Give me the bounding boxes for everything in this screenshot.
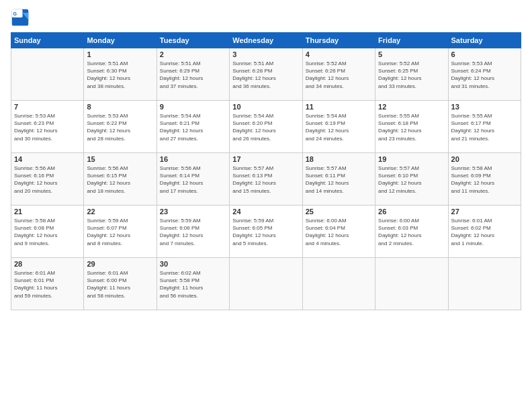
calendar-cell <box>302 258 375 310</box>
day-info: Sunrise: 5:54 AM Sunset: 6:19 PM Dayligh… <box>306 112 372 142</box>
calendar-cell: 7Sunrise: 5:53 AM Sunset: 6:23 PM Daylig… <box>11 101 84 153</box>
calendar-cell: 5Sunrise: 5:52 AM Sunset: 6:25 PM Daylig… <box>375 48 448 101</box>
day-number: 14 <box>14 155 81 163</box>
day-info: Sunrise: 5:53 AM Sunset: 6:22 PM Dayligh… <box>87 112 153 142</box>
day-info: Sunrise: 5:51 AM Sunset: 6:28 PM Dayligh… <box>232 60 299 90</box>
day-info: Sunrise: 5:51 AM Sunset: 6:30 PM Dayligh… <box>87 60 153 90</box>
day-number: 24 <box>232 208 299 216</box>
day-number: 10 <box>232 103 299 111</box>
calendar-cell: 27Sunrise: 6:01 AM Sunset: 6:02 PM Dayli… <box>448 205 521 258</box>
day-info: Sunrise: 5:59 AM Sunset: 6:07 PM Dayligh… <box>87 217 153 247</box>
day-number: 6 <box>451 50 518 58</box>
calendar-cell: 2Sunrise: 5:51 AM Sunset: 6:29 PM Daylig… <box>157 48 229 101</box>
day-number: 25 <box>306 208 372 216</box>
calendar-cell: 24Sunrise: 5:59 AM Sunset: 6:05 PM Dayli… <box>230 205 302 258</box>
calendar-cell: 12Sunrise: 5:55 AM Sunset: 6:18 PM Dayli… <box>375 101 448 153</box>
calendar-cell: 6Sunrise: 5:53 AM Sunset: 6:24 PM Daylig… <box>448 48 521 101</box>
header-cell-wednesday: Wednesday <box>230 33 302 48</box>
header-cell-sunday: Sunday <box>11 33 84 48</box>
calendar-cell: 19Sunrise: 5:57 AM Sunset: 6:10 PM Dayli… <box>375 153 448 205</box>
day-number: 19 <box>378 155 445 163</box>
calendar-cell: 20Sunrise: 5:58 AM Sunset: 6:09 PM Dayli… <box>448 153 521 205</box>
calendar-cell <box>375 258 448 310</box>
calendar-cell: 29Sunrise: 6:01 AM Sunset: 6:00 PM Dayli… <box>84 258 157 310</box>
day-info: Sunrise: 6:01 AM Sunset: 6:00 PM Dayligh… <box>87 269 153 300</box>
day-info: Sunrise: 5:58 AM Sunset: 6:09 PM Dayligh… <box>451 165 518 195</box>
day-number: 18 <box>306 155 372 163</box>
day-number: 15 <box>87 155 153 163</box>
calendar-body: 1Sunrise: 5:51 AM Sunset: 6:30 PM Daylig… <box>11 48 521 310</box>
calendar-cell: 13Sunrise: 5:55 AM Sunset: 6:17 PM Dayli… <box>448 101 521 153</box>
day-info: Sunrise: 5:52 AM Sunset: 6:25 PM Dayligh… <box>378 60 445 90</box>
day-info: Sunrise: 5:54 AM Sunset: 6:21 PM Dayligh… <box>160 112 226 142</box>
header-row: SundayMondayTuesdayWednesdayThursdayFrid… <box>11 33 521 48</box>
day-number: 22 <box>87 208 153 216</box>
calendar-cell: 16Sunrise: 5:56 AM Sunset: 6:14 PM Dayli… <box>157 153 229 205</box>
week-row-2: 7Sunrise: 5:53 AM Sunset: 6:23 PM Daylig… <box>11 101 521 153</box>
day-number: 27 <box>451 208 518 216</box>
day-info: Sunrise: 6:01 AM Sunset: 6:01 PM Dayligh… <box>14 269 81 300</box>
day-info: Sunrise: 5:57 AM Sunset: 6:10 PM Dayligh… <box>378 165 445 195</box>
calendar-header: SundayMondayTuesdayWednesdayThursdayFrid… <box>11 33 521 48</box>
header: G <box>11 8 521 27</box>
calendar-cell <box>11 48 84 101</box>
calendar-cell: 17Sunrise: 5:57 AM Sunset: 6:13 PM Dayli… <box>230 153 302 205</box>
calendar-cell: 8Sunrise: 5:53 AM Sunset: 6:22 PM Daylig… <box>84 101 157 153</box>
day-number: 17 <box>232 155 299 163</box>
week-row-1: 1Sunrise: 5:51 AM Sunset: 6:30 PM Daylig… <box>11 48 521 101</box>
day-info: Sunrise: 6:02 AM Sunset: 5:58 PM Dayligh… <box>160 269 226 300</box>
calendar-cell: 26Sunrise: 6:00 AM Sunset: 6:03 PM Dayli… <box>375 205 448 258</box>
day-number: 5 <box>378 50 445 58</box>
day-number: 21 <box>14 208 81 216</box>
day-info: Sunrise: 5:59 AM Sunset: 6:06 PM Dayligh… <box>160 217 226 247</box>
calendar-cell: 14Sunrise: 5:56 AM Sunset: 6:16 PM Dayli… <box>11 153 84 205</box>
header-cell-saturday: Saturday <box>448 33 521 48</box>
day-number: 4 <box>306 50 372 58</box>
day-number: 3 <box>232 50 299 58</box>
logo: G <box>11 8 32 27</box>
week-row-5: 28Sunrise: 6:01 AM Sunset: 6:01 PM Dayli… <box>11 258 521 310</box>
calendar-cell: 30Sunrise: 6:02 AM Sunset: 5:58 PM Dayli… <box>157 258 229 310</box>
calendar-cell: 23Sunrise: 5:59 AM Sunset: 6:06 PM Dayli… <box>157 205 229 258</box>
day-number: 12 <box>378 103 445 111</box>
day-info: Sunrise: 5:56 AM Sunset: 6:14 PM Dayligh… <box>160 165 226 195</box>
day-number: 26 <box>378 208 445 216</box>
day-info: Sunrise: 5:58 AM Sunset: 6:08 PM Dayligh… <box>14 217 81 247</box>
day-info: Sunrise: 5:55 AM Sunset: 6:18 PM Dayligh… <box>378 112 445 142</box>
day-info: Sunrise: 5:56 AM Sunset: 6:16 PM Dayligh… <box>14 165 81 195</box>
header-cell-monday: Monday <box>84 33 157 48</box>
day-info: Sunrise: 5:52 AM Sunset: 6:26 PM Dayligh… <box>306 60 372 90</box>
day-number: 13 <box>451 103 518 111</box>
calendar-table: SundayMondayTuesdayWednesdayThursdayFrid… <box>11 32 521 310</box>
day-info: Sunrise: 5:53 AM Sunset: 6:23 PM Dayligh… <box>14 112 81 142</box>
calendar-cell: 28Sunrise: 6:01 AM Sunset: 6:01 PM Dayli… <box>11 258 84 310</box>
calendar-cell: 11Sunrise: 5:54 AM Sunset: 6:19 PM Dayli… <box>302 101 375 153</box>
header-cell-thursday: Thursday <box>302 33 375 48</box>
day-info: Sunrise: 5:59 AM Sunset: 6:05 PM Dayligh… <box>232 217 299 247</box>
header-cell-tuesday: Tuesday <box>157 33 229 48</box>
week-row-4: 21Sunrise: 5:58 AM Sunset: 6:08 PM Dayli… <box>11 205 521 258</box>
day-number: 16 <box>160 155 226 163</box>
day-info: Sunrise: 5:51 AM Sunset: 6:29 PM Dayligh… <box>160 60 226 90</box>
calendar-cell: 22Sunrise: 5:59 AM Sunset: 6:07 PM Dayli… <box>84 205 157 258</box>
day-info: Sunrise: 6:00 AM Sunset: 6:04 PM Dayligh… <box>306 217 372 247</box>
calendar-cell <box>230 258 302 310</box>
svg-text:G: G <box>13 11 17 16</box>
day-info: Sunrise: 5:57 AM Sunset: 6:13 PM Dayligh… <box>232 165 299 195</box>
calendar-cell: 3Sunrise: 5:51 AM Sunset: 6:28 PM Daylig… <box>230 48 302 101</box>
calendar-cell: 4Sunrise: 5:52 AM Sunset: 6:26 PM Daylig… <box>302 48 375 101</box>
day-number: 7 <box>14 103 81 111</box>
day-info: Sunrise: 6:01 AM Sunset: 6:02 PM Dayligh… <box>451 217 518 247</box>
calendar-cell <box>448 258 521 310</box>
day-number: 30 <box>160 260 226 268</box>
calendar-cell: 21Sunrise: 5:58 AM Sunset: 6:08 PM Dayli… <box>11 205 84 258</box>
day-info: Sunrise: 5:57 AM Sunset: 6:11 PM Dayligh… <box>306 165 372 195</box>
day-number: 1 <box>87 50 153 58</box>
calendar-cell: 10Sunrise: 5:54 AM Sunset: 6:20 PM Dayli… <box>230 101 302 153</box>
day-number: 2 <box>160 50 226 58</box>
logo-icon: G <box>11 8 30 27</box>
calendar-cell: 9Sunrise: 5:54 AM Sunset: 6:21 PM Daylig… <box>157 101 229 153</box>
week-row-3: 14Sunrise: 5:56 AM Sunset: 6:16 PM Dayli… <box>11 153 521 205</box>
calendar-cell: 1Sunrise: 5:51 AM Sunset: 6:30 PM Daylig… <box>84 48 157 101</box>
header-cell-friday: Friday <box>375 33 448 48</box>
